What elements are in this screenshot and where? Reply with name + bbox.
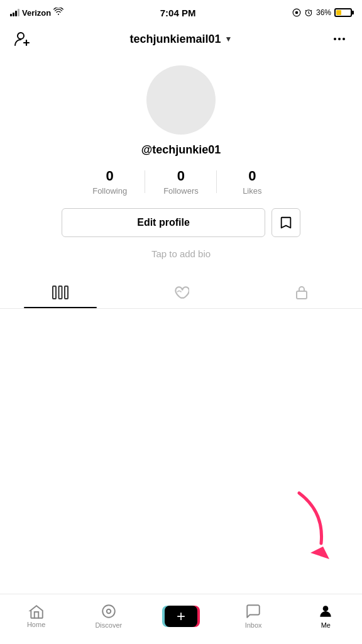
edit-profile-button[interactable]: Edit profile (62, 208, 265, 237)
discover-icon (101, 603, 117, 619)
more-dots-icon (332, 31, 347, 47)
following-count: 0 (106, 168, 114, 184)
nav-me[interactable]: Me (307, 603, 344, 629)
svg-point-6 (343, 38, 345, 40)
inbox-label: Inbox (245, 621, 262, 629)
liked-icon (173, 285, 189, 300)
svg-rect-9 (65, 286, 68, 299)
likes-count: 0 (248, 168, 256, 184)
status-left: Verizon (10, 8, 63, 18)
likes-label: Likes (243, 186, 261, 196)
home-icon (28, 604, 45, 619)
content-area (0, 309, 362, 435)
time-display: 7:04 PM (160, 8, 196, 18)
nav-inbox[interactable]: Inbox (234, 603, 272, 629)
nav-discover[interactable]: Discover (90, 603, 128, 629)
svg-rect-8 (59, 286, 62, 299)
username-text: techjunkiemail01 (130, 33, 221, 46)
inbox-icon (245, 603, 261, 619)
tab-private[interactable] (241, 277, 362, 308)
bio-placeholder[interactable]: Tap to add bio (151, 248, 211, 259)
following-stat[interactable]: 0 Following (74, 168, 145, 196)
dropdown-arrow-icon: ▼ (225, 35, 233, 43)
svg-point-5 (338, 38, 341, 40)
top-nav: techjunkiemail01 ▼ (0, 23, 362, 55)
battery-icon (334, 8, 352, 17)
signal-bars (10, 9, 19, 16)
following-label: Following (92, 186, 127, 196)
me-label: Me (321, 621, 331, 629)
battery-percent: 36% (316, 8, 331, 17)
svg-rect-7 (53, 286, 56, 299)
svg-point-1 (295, 11, 299, 14)
svg-point-14 (323, 606, 329, 611)
action-buttons: Edit profile (62, 208, 300, 237)
tab-liked[interactable] (121, 277, 241, 308)
carrier-label: Verizon (22, 8, 51, 18)
bottom-nav: Home Discover + Inbox Me (0, 594, 362, 644)
followers-stat[interactable]: 0 Followers (145, 168, 216, 196)
arrow-svg (287, 487, 337, 562)
svg-point-13 (107, 609, 111, 614)
status-bar: Verizon 7:04 PM 36% (0, 0, 362, 23)
tab-videos[interactable] (0, 277, 121, 308)
bookmark-icon (279, 216, 293, 230)
grid-icon (52, 286, 69, 299)
username-dropdown[interactable]: techjunkiemail01 ▼ (130, 33, 233, 46)
home-label: Home (27, 621, 45, 628)
add-friend-button[interactable] (10, 26, 35, 52)
svg-marker-11 (310, 547, 329, 559)
likes-stat[interactable]: 0 Likes (217, 168, 288, 196)
nav-home[interactable]: Home (18, 604, 55, 628)
me-icon (317, 603, 334, 619)
discover-label: Discover (95, 621, 122, 629)
avatar (146, 65, 216, 135)
svg-rect-10 (297, 291, 307, 299)
followers-count: 0 (177, 168, 185, 184)
more-options-button[interactable] (327, 26, 352, 52)
svg-point-12 (102, 605, 115, 618)
alarm-icon (304, 8, 313, 17)
add-friend-icon (14, 30, 31, 48)
lock-icon (295, 285, 309, 300)
arrow-indicator (287, 487, 337, 562)
stats-row: 0 Following 0 Followers 0 Likes (74, 168, 288, 196)
plus-icon: + (177, 609, 185, 624)
status-right: 36% (292, 8, 352, 17)
profile-handle: @techjunkie01 (141, 143, 221, 157)
followers-label: Followers (163, 186, 199, 196)
content-tabs (0, 277, 362, 309)
screen-record-icon (292, 8, 301, 17)
wifi-icon (53, 8, 63, 18)
svg-point-3 (18, 33, 24, 39)
bookmark-button[interactable] (272, 208, 300, 237)
profile-section: @techjunkie01 0 Following 0 Followers 0 … (0, 55, 362, 272)
svg-point-4 (334, 38, 336, 40)
add-video-button[interactable]: + (162, 604, 200, 628)
